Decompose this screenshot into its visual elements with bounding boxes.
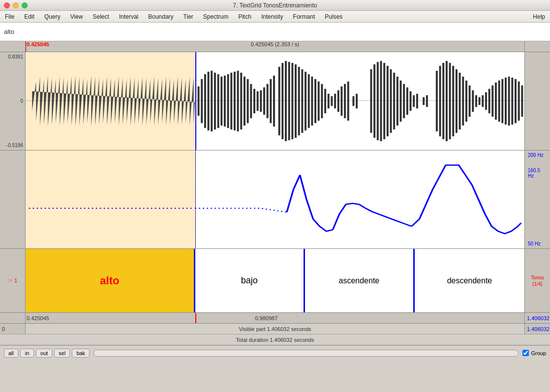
menu-view[interactable]: View xyxy=(65,11,88,22)
svg-rect-28 xyxy=(288,62,290,140)
br-cursor-line xyxy=(195,313,196,323)
svg-rect-83 xyxy=(491,86,493,117)
svg-rect-62 xyxy=(413,95,415,107)
svg-rect-37 xyxy=(318,82,320,121)
svg-rect-84 xyxy=(495,83,497,120)
tg-segment-bajo-text: bajo xyxy=(241,275,258,286)
tg-segment-descendente[interactable]: descendente xyxy=(415,249,524,312)
waveform-bars-right xyxy=(198,61,523,141)
pitch-container: 200 Hz 160.5 Hz 50 Hz xyxy=(0,151,550,249)
sel-button[interactable]: sel xyxy=(54,349,70,358)
svg-rect-57 xyxy=(397,77,398,126)
menu-help[interactable]: Help xyxy=(528,11,550,22)
svg-rect-13 xyxy=(237,71,239,131)
svg-rect-69 xyxy=(446,61,448,141)
textgrid-panel: ☞ 1 alto bajo ascendente descendente Ton… xyxy=(0,249,550,313)
svg-rect-46 xyxy=(347,82,349,121)
waveform-area[interactable]: waveform-left xyxy=(26,52,524,150)
waveform-right-spacer xyxy=(524,52,550,150)
svg-rect-71 xyxy=(452,66,454,136)
svg-rect-42 xyxy=(334,94,336,109)
tg-segment-ascendente[interactable]: ascendente xyxy=(305,249,415,312)
svg-rect-73 xyxy=(459,73,461,129)
svg-rect-36 xyxy=(314,79,316,123)
close-button[interactable] xyxy=(4,2,10,8)
textgrid-area[interactable]: alto bajo ascendente descendente xyxy=(26,249,524,312)
wave-y-mid: 0 xyxy=(2,98,23,104)
menu-edit[interactable]: Edit xyxy=(19,11,39,22)
menu-intensity[interactable]: Intensity xyxy=(256,11,288,22)
svg-rect-18 xyxy=(253,89,255,114)
bottom-ruler: 0.425045 0.980987 1.406032 xyxy=(0,313,550,324)
svg-rect-9 xyxy=(224,76,226,126)
svg-rect-65 xyxy=(426,95,428,107)
bak-button[interactable]: bak xyxy=(72,349,90,358)
maximize-button[interactable] xyxy=(22,2,28,8)
zoom-scrollbar[interactable] xyxy=(93,350,519,357)
svg-rect-24 xyxy=(273,76,275,126)
svg-rect-33 xyxy=(305,72,306,130)
status1-mid: Visible part 1.406032 seconds xyxy=(26,326,524,332)
svg-rect-91 xyxy=(518,82,520,121)
traffic-lights xyxy=(4,2,28,8)
group-checkbox[interactable] xyxy=(522,350,529,356)
svg-rect-38 xyxy=(321,84,323,119)
svg-rect-78 xyxy=(475,95,477,107)
titlebar: 7. TextGrid TonosEntrenamiento xyxy=(0,0,550,11)
svg-rect-22 xyxy=(267,84,269,119)
menu-formant[interactable]: Formant xyxy=(288,11,320,22)
svg-rect-85 xyxy=(498,81,500,122)
br-left-spacer xyxy=(0,313,26,323)
menu-spectrum[interactable]: Spectrum xyxy=(198,11,233,22)
all-button[interactable]: all xyxy=(4,349,18,358)
tg-segment-descendente-text: descendente xyxy=(447,276,492,285)
svg-rect-67 xyxy=(439,66,441,136)
svg-rect-80 xyxy=(482,95,484,107)
menu-file[interactable]: File xyxy=(0,11,19,22)
menu-pitch[interactable]: Pitch xyxy=(233,11,256,22)
wave-y-top: 0.8381 xyxy=(2,54,23,60)
br-right-time-text: 1.406032 xyxy=(527,315,550,321)
tier-right-text: Tonos(1/4) xyxy=(531,274,544,287)
tier-label-text: ☞ 1 xyxy=(8,277,17,284)
svg-rect-72 xyxy=(456,69,458,133)
menu-select[interactable]: Select xyxy=(88,11,114,22)
svg-rect-59 xyxy=(403,84,405,119)
svg-rect-54 xyxy=(387,66,389,136)
svg-rect-53 xyxy=(383,63,385,139)
boundary-cursor-line xyxy=(195,52,196,150)
svg-rect-41 xyxy=(331,96,333,106)
out-button[interactable]: out xyxy=(36,349,52,358)
tg-segment-bajo[interactable]: bajo xyxy=(195,249,305,312)
svg-rect-48 xyxy=(356,94,358,109)
pitch-hz-top: 200 Hz xyxy=(528,152,547,158)
menu-pulses[interactable]: Pulses xyxy=(320,11,347,22)
in-button[interactable]: in xyxy=(20,349,34,358)
svg-rect-89 xyxy=(511,78,513,125)
svg-rect-4 xyxy=(208,72,210,130)
pitch-hz-mid: 160.5 Hz xyxy=(528,168,547,179)
minimize-button[interactable] xyxy=(13,2,19,8)
menu-tier[interactable]: Tier xyxy=(179,11,198,22)
menu-boundary[interactable]: Boundary xyxy=(143,11,178,22)
tg-segment-alto[interactable]: alto xyxy=(26,249,195,312)
br-left-time: 0.425045 xyxy=(27,315,49,321)
status1-left-spacer: 0 xyxy=(0,324,26,334)
tg-segment-alto-text: alto xyxy=(100,274,119,287)
svg-rect-82 xyxy=(489,89,490,114)
svg-rect-23 xyxy=(270,79,272,123)
tier-label: ☞ 1 xyxy=(0,249,26,312)
menu-interval[interactable]: Interval xyxy=(114,11,143,22)
menu-query[interactable]: Query xyxy=(39,11,65,22)
pitch-area[interactable] xyxy=(26,151,524,248)
br-area: 0.425045 0.980987 xyxy=(26,313,524,323)
group-checkbox-area[interactable]: Group xyxy=(522,350,546,356)
bottom-bar: all in out sel bak Group xyxy=(0,345,550,360)
svg-rect-90 xyxy=(515,79,517,123)
svg-rect-44 xyxy=(340,87,342,116)
status1-left-val: 0 xyxy=(2,326,5,332)
window-title: 7. TextGrid TonosEntrenamiento xyxy=(233,2,317,9)
status2-text: Total duration 1.406032 seconds xyxy=(236,337,314,343)
svg-rect-40 xyxy=(328,94,330,109)
svg-rect-29 xyxy=(291,63,293,139)
